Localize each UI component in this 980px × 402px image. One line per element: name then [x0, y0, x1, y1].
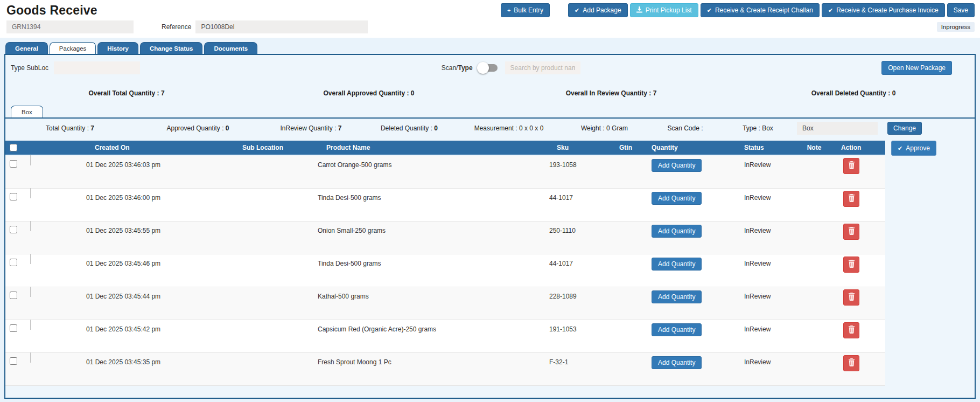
add-quantity-button[interactable]: Add Quantity: [652, 192, 702, 205]
status-header: Status: [733, 144, 793, 151]
created-on-cell: 01 Dec 2025 03:45:44 pm: [86, 287, 232, 300]
open-new-package-button[interactable]: Open New Package: [881, 61, 952, 75]
row-checkbox[interactable]: [10, 292, 17, 299]
approved-quantity: Approved Quantity : 0: [135, 124, 261, 132]
overall-deleted-quantity: Overall Deleted Quantity : 0: [732, 89, 975, 97]
delete-row-button[interactable]: [843, 158, 859, 174]
product-search-input[interactable]: [505, 61, 580, 74]
gtin-cell: [610, 254, 642, 260]
add-quantity-button[interactable]: Add Quantity: [652, 258, 702, 271]
status-cell: InReview: [733, 287, 793, 300]
add-quantity-button[interactable]: Add Quantity: [652, 323, 702, 336]
product-image-placeholder: [30, 320, 31, 330]
row-checkbox[interactable]: [10, 160, 17, 168]
package-type-input[interactable]: [797, 122, 878, 135]
tab-history[interactable]: History: [97, 42, 138, 54]
status-badge: Inprogress: [937, 22, 975, 32]
total-quantity: Total Quantity : 7: [5, 124, 135, 132]
check-icon: ✔: [707, 7, 712, 14]
add-quantity-button[interactable]: Add Quantity: [652, 356, 702, 369]
gtin-cell: [610, 287, 642, 293]
tab-change-status[interactable]: Change Status: [140, 42, 203, 54]
row-checkbox[interactable]: [10, 357, 17, 365]
row-checkbox[interactable]: [10, 226, 17, 233]
plus-icon: +: [507, 7, 510, 13]
page-title: Goods Receive: [6, 3, 97, 18]
delete-row-button[interactable]: [843, 191, 859, 207]
sku-cell: F-32-1: [549, 353, 610, 366]
product-name-header: Product Name: [318, 144, 549, 151]
note-cell: [793, 320, 836, 325]
reference-input[interactable]: [195, 20, 368, 33]
toggle-knob: [477, 62, 489, 74]
status-cell: InReview: [733, 189, 793, 202]
gtin-cell: [610, 353, 642, 358]
table-row: 01 Dec 2025 03:46:00 pm Tinda Desi-500 g…: [5, 189, 885, 221]
save-button[interactable]: Save: [947, 3, 975, 17]
tab-bar: General Packages History Change Status D…: [5, 42, 976, 54]
add-quantity-button[interactable]: Add Quantity: [652, 159, 702, 172]
tab-box-package[interactable]: Box: [11, 106, 43, 117]
sub-location-cell: [232, 287, 318, 293]
tab-general[interactable]: General: [5, 42, 48, 54]
product-image-placeholder: [30, 287, 31, 297]
note-header: Note: [793, 144, 836, 151]
type-subloc-input[interactable]: [54, 61, 140, 74]
delete-row-button[interactable]: [843, 224, 859, 240]
status-cell: InReview: [733, 353, 793, 366]
check-icon: ✔: [575, 7, 579, 14]
delete-row-button[interactable]: [843, 355, 859, 371]
receive-create-purchase-invoice-button[interactable]: ✔ Receive & Create Purchase Invoice: [822, 3, 945, 17]
table-row: 01 Dec 2025 03:45:44 pm Kathal-500 grams…: [5, 287, 885, 320]
delete-row-button[interactable]: [843, 257, 859, 273]
created-on-cell: 01 Dec 2025 03:46:03 pm: [86, 156, 232, 169]
select-all-checkbox[interactable]: [10, 144, 17, 151]
sku-cell: 44-1017: [549, 254, 610, 267]
tab-documents[interactable]: Documents: [204, 42, 257, 54]
status-cell: InReview: [733, 221, 793, 234]
row-checkbox[interactable]: [10, 324, 17, 332]
add-quantity-button[interactable]: Add Quantity: [652, 225, 702, 238]
note-cell: [793, 189, 836, 194]
scan-type-toggle[interactable]: [479, 64, 498, 72]
trash-icon: [848, 227, 855, 237]
approve-button[interactable]: ✔ Approve: [891, 141, 936, 156]
add-package-button[interactable]: ✔ Add Package: [568, 3, 628, 17]
delete-row-button[interactable]: [843, 322, 859, 338]
trash-icon: [848, 260, 855, 269]
inreview-quantity: InReview Quantity : 7: [261, 124, 361, 132]
delete-row-button[interactable]: [843, 289, 859, 306]
created-on-cell: 01 Dec 2025 03:45:46 pm: [86, 254, 232, 267]
gtin-cell: [610, 221, 642, 227]
trash-icon: [848, 293, 855, 302]
overall-quantities-row: Overall Total Quantity : 7 Overall Appro…: [5, 89, 975, 97]
row-checkbox[interactable]: [10, 193, 17, 200]
created-on-header: Created On: [86, 144, 232, 151]
toolbar: + Bulk Entry ✔ Add Package Print Pickup …: [501, 3, 975, 17]
receive-create-receipt-challan-button[interactable]: ✔ Receive & Create Receipt Challan: [701, 3, 820, 17]
change-type-button[interactable]: Change: [887, 122, 922, 135]
deleted-quantity: Deleted Quantity : 0: [361, 124, 458, 132]
sku-header: Sku: [549, 144, 610, 151]
product-name-cell: Fresh Sprout Moong 1 Pc: [318, 353, 549, 366]
note-cell: [793, 156, 836, 161]
print-pickup-list-button[interactable]: Print Pickup List: [630, 3, 698, 17]
trash-icon: [848, 194, 855, 204]
gtin-cell: [610, 156, 642, 161]
goods-receive-page: Goods Receive + Bulk Entry ✔ Add Package…: [0, 0, 980, 402]
row-checkbox[interactable]: [10, 259, 17, 266]
note-cell: [793, 287, 836, 293]
sub-location-cell: [232, 221, 318, 227]
bulk-entry-button[interactable]: + Bulk Entry: [501, 3, 550, 17]
sku-cell: 191-1053: [549, 320, 610, 333]
trash-icon: [848, 161, 855, 171]
overall-approved-quantity: Overall Approved Quantity : 0: [248, 89, 490, 97]
status-cell: InReview: [733, 320, 793, 333]
created-on-cell: 01 Dec 2025 03:45:35 pm: [86, 353, 232, 366]
package-tab-strip: Box: [5, 106, 975, 119]
add-quantity-button[interactable]: Add Quantity: [652, 290, 702, 303]
sub-location-cell: [232, 156, 318, 161]
quantity-header: Quantity: [642, 144, 733, 151]
tab-packages[interactable]: Packages: [50, 42, 96, 54]
grn-number-input[interactable]: [6, 20, 134, 33]
